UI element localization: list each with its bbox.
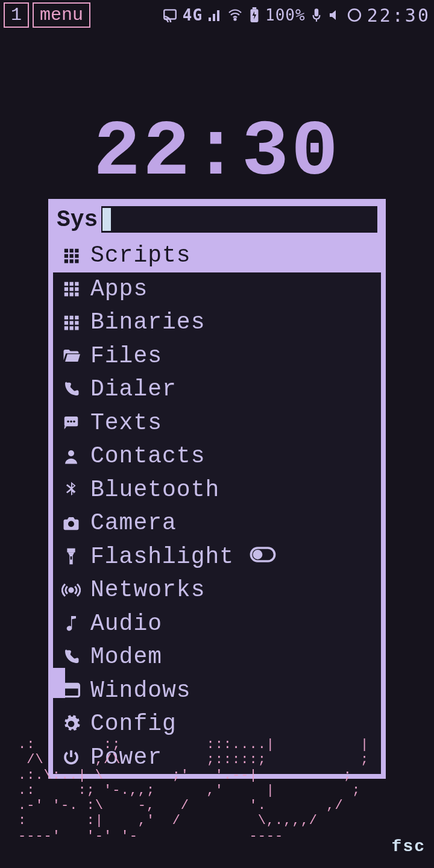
svg-rect-17 — [70, 259, 74, 263]
svg-rect-32 — [70, 321, 74, 324]
svg-rect-6 — [253, 7, 257, 9]
circle-icon — [347, 7, 362, 23]
svg-point-46 — [254, 550, 261, 558]
svg-rect-14 — [70, 254, 74, 257]
svg-rect-22 — [64, 288, 68, 291]
folder-open-icon — [60, 347, 82, 365]
svg-rect-49 — [63, 684, 80, 689]
svg-rect-34 — [64, 326, 68, 330]
camera-icon — [60, 514, 82, 532]
menu-item-camera[interactable]: Camera — [53, 506, 381, 540]
menu-item-scripts[interactable]: Scripts — [53, 239, 381, 272]
svg-point-41 — [68, 450, 74, 456]
menu-item-label: Config — [90, 709, 177, 738]
menu-item-windows[interactable]: Windows — [53, 674, 381, 708]
signal-icon — [207, 8, 222, 22]
battery-percent: 100% — [265, 6, 306, 24]
svg-rect-28 — [64, 316, 68, 319]
cast-icon — [162, 7, 178, 23]
menu-item-label: Windows — [90, 676, 191, 705]
svg-rect-1 — [209, 17, 211, 21]
menu-item-label: Camera — [90, 509, 177, 538]
launcher-input[interactable] — [101, 206, 377, 233]
svg-point-9 — [348, 9, 360, 21]
menu-item-networks[interactable]: Networks — [53, 573, 381, 607]
svg-point-39 — [70, 421, 72, 423]
svg-rect-16 — [64, 259, 68, 263]
menu-indicator[interactable]: menu — [33, 2, 90, 28]
menu-item-label: Apps — [90, 275, 148, 304]
network-type: 4G — [183, 6, 203, 24]
svg-rect-3 — [217, 10, 219, 21]
person-icon — [60, 447, 82, 465]
svg-rect-0 — [164, 10, 176, 19]
svg-rect-18 — [75, 259, 78, 263]
clock-display: 22:30 — [0, 108, 434, 197]
menu-item-label: Dialer — [90, 375, 177, 404]
mic-icon — [310, 7, 322, 23]
launcher-prompt-label: Sys — [57, 207, 98, 233]
grid-icon — [60, 280, 82, 298]
menu-item-bluetooth[interactable]: Bluetooth — [53, 473, 381, 507]
svg-rect-27 — [75, 293, 78, 297]
svg-rect-33 — [75, 321, 78, 324]
svg-rect-13 — [64, 254, 68, 257]
svg-rect-10 — [64, 249, 68, 253]
menu-item-label: Contacts — [90, 442, 205, 471]
menu-item-contacts[interactable]: Contacts — [53, 439, 381, 473]
statusbar-clock: 22:30 — [367, 5, 430, 26]
menu-item-label: Binaries — [90, 308, 205, 337]
menu-item-modem[interactable]: Modem — [53, 640, 381, 674]
menu-item-audio[interactable]: Audio — [53, 607, 381, 641]
launcher-menu: ScriptsAppsBinariesFilesDialerTextsConta… — [53, 239, 381, 774]
menu-item-label: Files — [90, 342, 162, 371]
svg-rect-21 — [75, 282, 78, 286]
volume-icon — [327, 8, 342, 22]
svg-rect-25 — [64, 293, 68, 297]
bluetooth-icon — [60, 480, 82, 498]
wifi-icon — [227, 8, 244, 22]
svg-rect-15 — [75, 254, 78, 257]
svg-rect-11 — [70, 249, 74, 253]
svg-rect-30 — [75, 316, 78, 319]
svg-rect-23 — [70, 288, 74, 291]
menu-item-config[interactable]: Config — [53, 707, 381, 741]
svg-rect-2 — [213, 14, 215, 21]
workspace-indicator[interactable]: 1 — [4, 2, 29, 28]
menu-item-flashlight[interactable]: Flashlight — [53, 540, 381, 574]
input-caret — [102, 208, 111, 231]
svg-point-47 — [69, 588, 73, 592]
footer-tag: fsc — [392, 837, 426, 856]
broadcast-icon — [60, 581, 82, 599]
menu-item-label: Texts — [90, 409, 162, 438]
menu-item-label: Modem — [90, 643, 162, 671]
toggle-off-icon — [250, 542, 276, 571]
message-icon — [60, 414, 82, 432]
launcher-header: Sys — [53, 204, 381, 239]
svg-point-4 — [234, 19, 236, 20]
launcher-panel: Sys ScriptsAppsBinariesFilesDialerTextsC… — [48, 199, 386, 779]
svg-rect-24 — [75, 288, 78, 291]
svg-rect-7 — [314, 8, 318, 16]
launcher-accent — [48, 668, 65, 698]
svg-point-38 — [67, 421, 69, 423]
menu-item-files[interactable]: Files — [53, 339, 381, 373]
grid-icon — [60, 313, 82, 332]
phone-icon — [60, 380, 82, 398]
svg-rect-43 — [67, 549, 75, 553]
menu-item-label: Networks — [90, 576, 205, 605]
svg-rect-20 — [70, 282, 74, 286]
svg-rect-19 — [64, 282, 68, 286]
svg-rect-36 — [75, 326, 78, 330]
menu-item-binaries[interactable]: Binaries — [53, 306, 381, 339]
ascii-art: .: :; :::....| | /\ ,/\ ;:::::; ; .:.\:.… — [18, 737, 369, 844]
menu-item-texts[interactable]: Texts — [53, 406, 381, 440]
svg-rect-29 — [70, 316, 74, 319]
menu-item-label: Scripts — [90, 241, 191, 270]
menu-item-label: Bluetooth — [90, 476, 219, 505]
menu-item-dialer[interactable]: Dialer — [53, 373, 381, 406]
gear-icon — [60, 714, 82, 734]
svg-rect-31 — [64, 321, 68, 324]
flashlight-icon — [60, 547, 82, 566]
menu-item-apps[interactable]: Apps — [53, 272, 381, 306]
